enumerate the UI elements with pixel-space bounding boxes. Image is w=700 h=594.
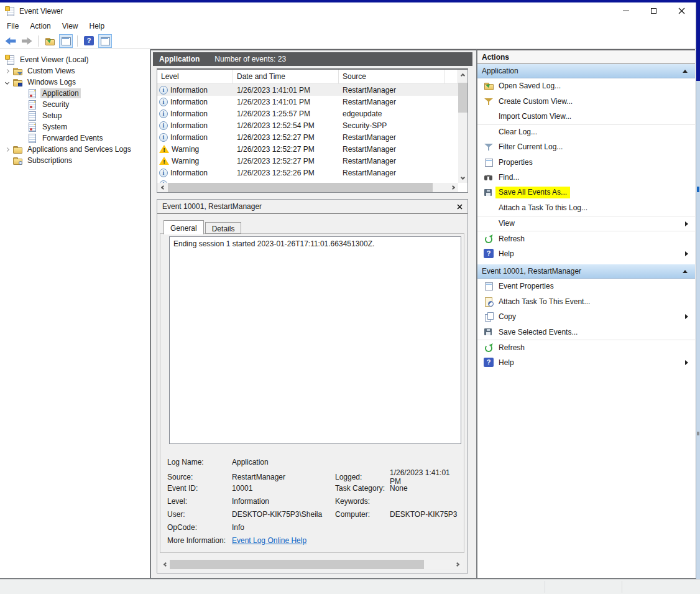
action-refresh[interactable]: Refresh bbox=[477, 340, 695, 355]
tree-item-setup[interactable]: Setup bbox=[0, 110, 150, 121]
menu-file[interactable]: File bbox=[1, 20, 24, 32]
event-log-online-help-link[interactable]: Event Log Online Help bbox=[232, 536, 306, 545]
show-action-pane-button[interactable] bbox=[98, 34, 112, 48]
event-row[interactable]: Information1/26/2023 12:52:27 PMRestartM… bbox=[157, 131, 458, 143]
tree-item-applications-and-services-logs[interactable]: Applications and Services Logs bbox=[0, 144, 150, 155]
tree-item-event-viewer-local[interactable]: Event Viewer (Local) bbox=[0, 54, 150, 65]
filter-create-icon bbox=[484, 96, 494, 106]
maximize-button[interactable] bbox=[640, 2, 668, 19]
expand-chevron-icon[interactable] bbox=[5, 68, 9, 73]
chevron-down-icon bbox=[461, 175, 465, 179]
detail-label-right: Logged: bbox=[335, 473, 390, 481]
background-sliver-mark bbox=[697, 187, 699, 192]
collapse-triangle-icon[interactable] bbox=[683, 270, 688, 273]
detail-row-user: User:DESKTOP-KIK75P3\SheilaComputer:DESK… bbox=[167, 508, 460, 521]
action-attach-a-task-to-this-log[interactable]: Attach a Task To this Log... bbox=[477, 200, 695, 216]
chevron-right-icon bbox=[450, 185, 454, 190]
forward-button[interactable] bbox=[20, 34, 34, 48]
event-date-cell: 1/26/2023 12:52:27 PM bbox=[233, 157, 339, 165]
event-viewer-window: Event Viewer FileActionViewHelp Event Vi… bbox=[0, 2, 696, 579]
show-console-tree-button[interactable] bbox=[59, 34, 73, 48]
action-attach-task-to-this-event[interactable]: Attach Task To This Event... bbox=[477, 294, 695, 310]
chevron-left-icon bbox=[160, 185, 165, 190]
action-save-all-events-as[interactable]: Save All Events As... bbox=[477, 185, 695, 201]
event-row[interactable]: Warning1/26/2023 12:52:27 PMRestartManag… bbox=[157, 143, 458, 155]
action-view[interactable]: View bbox=[477, 216, 695, 231]
action-save-selected-events[interactable]: Save Selected Events... bbox=[477, 325, 695, 340]
event-level-text: Warning bbox=[172, 157, 199, 165]
menu-view[interactable]: View bbox=[57, 20, 84, 32]
folder-icon bbox=[12, 144, 22, 154]
tree-item-forwarded-events[interactable]: Forwarded Events bbox=[0, 132, 150, 144]
scrollbar-thumb[interactable] bbox=[168, 183, 433, 192]
event-row[interactable]: Warning1/26/2023 12:52:27 PMRestartManag… bbox=[157, 155, 458, 167]
preview-title: Event 10001, RestartManager bbox=[162, 202, 262, 211]
tree-item-windows-logs[interactable]: Windows Logs bbox=[0, 77, 150, 88]
folder-open-icon bbox=[45, 36, 55, 46]
scroll-right-button[interactable] bbox=[453, 560, 463, 569]
tree-item-application[interactable]: Application bbox=[0, 88, 150, 99]
action-copy[interactable]: Copy bbox=[477, 309, 695, 325]
minimize-button[interactable] bbox=[612, 2, 640, 19]
preview-horizontal-scrollbar[interactable] bbox=[160, 560, 463, 569]
action-create-custom-view[interactable]: Create Custom View... bbox=[477, 94, 695, 109]
submenu-arrow-icon bbox=[685, 360, 688, 365]
actions-group-header-application[interactable]: Application bbox=[477, 64, 695, 78]
scrollbar-thumb[interactable] bbox=[458, 83, 467, 113]
open-saved-log-button[interactable] bbox=[43, 34, 57, 48]
scroll-down-button[interactable] bbox=[458, 173, 467, 183]
expand-chevron-icon[interactable] bbox=[5, 147, 9, 151]
action-import-custom-view[interactable]: Import Custom View... bbox=[477, 109, 695, 124]
actions-group-header-event-10001-restartmanager[interactable]: Event 10001, RestartManager bbox=[477, 264, 695, 279]
tree-item-custom-views[interactable]: Custom Views bbox=[0, 65, 150, 77]
action-refresh[interactable]: Refresh bbox=[477, 231, 695, 246]
back-button[interactable] bbox=[4, 34, 17, 48]
action-find[interactable]: Find... bbox=[477, 170, 695, 185]
event-row[interactable]: Information1/26/2023 1:41:01 PMRestartMa… bbox=[157, 96, 458, 108]
action-properties[interactable]: Properties bbox=[477, 155, 695, 170]
event-row[interactable]: Information1/26/2023 1:25:57 PMedgeupdat… bbox=[157, 108, 458, 119]
close-button[interactable] bbox=[668, 2, 696, 19]
tree-item-security[interactable]: Security bbox=[0, 99, 150, 110]
column-header-date-and-time[interactable]: Date and Time bbox=[233, 70, 339, 83]
scroll-left-button[interactable] bbox=[157, 183, 167, 192]
action-open-saved-log[interactable]: Open Saved Log... bbox=[477, 78, 695, 94]
event-description[interactable]: Ending session 1 started 2023-01-26T17:1… bbox=[169, 236, 461, 444]
tab-details[interactable]: Details bbox=[205, 222, 242, 234]
title-bar[interactable]: Event Viewer bbox=[0, 2, 696, 19]
action-filter-current-log[interactable]: Filter Current Log... bbox=[477, 139, 695, 155]
toolbar-separator bbox=[38, 35, 39, 47]
menu-action[interactable]: Action bbox=[24, 20, 56, 32]
collapse-chevron-icon[interactable] bbox=[5, 80, 9, 84]
event-row[interactable]: Information1/26/2023 12:52:26 PMRestartM… bbox=[157, 167, 458, 179]
event-row[interactable]: Information1/26/2023 12:52:54 PMSecurity… bbox=[157, 119, 458, 131]
log-summary-count: Number of events: 23 bbox=[214, 55, 286, 63]
action-help[interactable]: Help bbox=[477, 355, 695, 371]
event-viewer-app-icon bbox=[5, 6, 15, 16]
tab-general[interactable]: General bbox=[163, 220, 204, 234]
event-row[interactable] bbox=[157, 179, 458, 183]
action-help[interactable]: Help bbox=[477, 246, 695, 262]
scroll-up-button[interactable] bbox=[458, 70, 467, 80]
event-level-text: Information bbox=[170, 133, 208, 142]
close-preview-button[interactable] bbox=[457, 204, 463, 210]
action-event-properties[interactable]: Event Properties bbox=[477, 279, 695, 294]
scroll-right-button[interactable] bbox=[448, 183, 458, 192]
column-header-source[interactable]: Source bbox=[339, 70, 444, 83]
menu-help[interactable]: Help bbox=[84, 20, 111, 32]
help-button[interactable] bbox=[82, 34, 96, 48]
event-source-cell: RestartManager bbox=[339, 133, 444, 142]
tree-item-subscriptions[interactable]: Subscriptions bbox=[0, 155, 150, 166]
event-row[interactable]: Information1/26/2023 1:41:01 PMRestartMa… bbox=[157, 84, 458, 96]
scrollbar-thumb[interactable] bbox=[170, 560, 424, 569]
event-list-vertical-scrollbar[interactable] bbox=[458, 70, 467, 183]
find-icon bbox=[484, 172, 494, 182]
tree-item-system[interactable]: System bbox=[0, 121, 150, 132]
collapse-triangle-icon[interactable] bbox=[683, 70, 688, 73]
action-clear-log[interactable]: Clear Log... bbox=[477, 124, 695, 140]
column-header-level[interactable]: Level bbox=[157, 70, 233, 83]
event-source-cell: RestartManager bbox=[339, 145, 444, 154]
scroll-left-button[interactable] bbox=[160, 560, 170, 569]
event-list-horizontal-scrollbar[interactable] bbox=[157, 183, 458, 192]
detail-row-log-name: Log Name:Application bbox=[167, 455, 460, 468]
